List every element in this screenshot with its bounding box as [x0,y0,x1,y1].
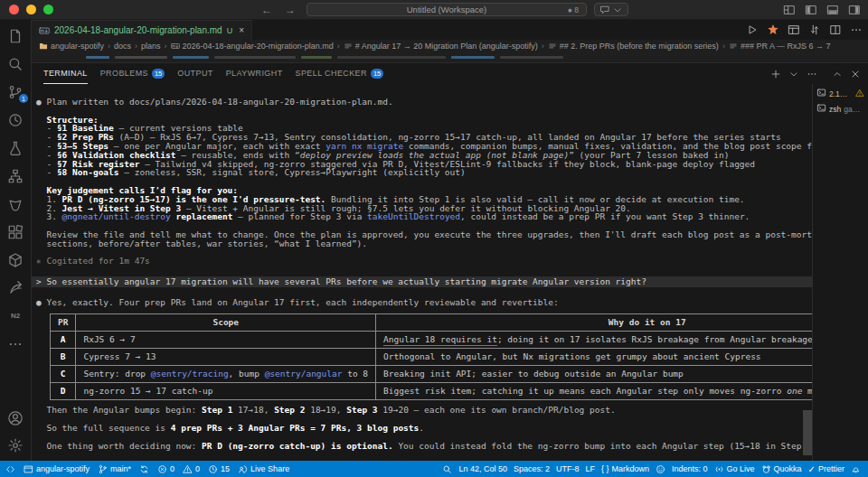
status-cursor-position[interactable]: Ln 42, Col 50 [458,464,507,473]
debug-star-icon[interactable] [767,23,779,36]
status-live-share[interactable]: Live Share [238,464,289,474]
run-icon[interactable] [746,23,759,36]
activity-item-run-debug[interactable] [7,112,24,128]
breadcrumb-item[interactable]: 2026-04-18-angular-20-migration-plan.md [171,42,334,51]
status-feedback-smiley[interactable] [656,464,665,474]
status-indentation[interactable]: Spaces: 2 [514,464,550,473]
panel-tab-terminal[interactable]: TERMINAL [43,63,88,84]
activity-item-accounts[interactable] [7,410,24,426]
table-cell-pr: B [51,349,76,366]
table-row: CSentry: drop @sentry/tracing, bump @sen… [51,366,813,383]
panel-actions [770,69,861,80]
nav-back-button[interactable]: ← [261,4,272,16]
status-screencast-zoom[interactable] [442,464,452,474]
breadcrumb-item[interactable]: docs [114,42,131,51]
bell-icon [851,464,861,474]
status-workspace[interactable]: angular-spotify [24,464,90,474]
status-spell-info[interactable]: 15 [208,464,230,474]
panel-tab-problems[interactable]: PROBLEMS15 [100,63,165,84]
symbol-icon [548,42,557,51]
breadcrumb-separator: › [542,42,544,51]
terminal-output[interactable]: ● Plan written to docs/plans/2026-04-18-… [32,84,812,461]
close-window-button[interactable] [9,5,19,14]
status-errors[interactable]: 0 [157,464,175,474]
editor-actions [746,20,863,40]
status-language-mode[interactable]: { }Markdown [601,464,649,473]
terminal-scrollbar[interactable] [803,410,812,455]
activity-item-nx-console[interactable]: N2 [7,308,24,324]
activity-item-docker[interactable] [7,252,24,268]
activity-item-extensions[interactable] [7,224,24,240]
activity-item-settings[interactable] [7,437,24,454]
activity-item-hierarchy[interactable] [7,168,24,184]
chat-menu-button[interactable] [594,3,628,16]
new-terminal-icon[interactable] [770,69,781,80]
breadcrumb-item[interactable]: ## 2. Prep PRs (before the migration ser… [548,42,719,51]
command-center[interactable]: Untitled (Workspace) ● 8 [307,3,587,16]
scm-badge: 1 [19,94,28,103]
panel-tab-spell-checker[interactable]: SPELL CHECKER15 [296,63,384,84]
workspace-title: Untitled (Workspace) [407,5,487,14]
compare-icon[interactable] [808,23,821,36]
maximize-panel-icon[interactable] [832,69,843,80]
minimize-window-button[interactable] [26,5,36,14]
markdown-table: PRScopeWhy do it on 17ARxJS 6 → 7Angular… [50,313,812,400]
panel-tab-playwright[interactable]: PLAYWRIGHT [226,63,283,84]
editor-tab[interactable]: 2026-04-18-angular-20-migration-plan.md … [32,20,252,40]
breadcrumb-separator: › [337,42,340,51]
terminal-session[interactable]: zshga… [815,101,866,117]
panel-tab-label: OUTPUT [177,63,212,84]
activity-item-search[interactable] [7,56,24,72]
table-row: ARxJS 6 → 7Angular 18 requires it; doing… [51,332,813,349]
activity-item-source-control[interactable]: 1 [7,84,24,100]
table-cell-why: Breaking init API; easier to debug outsi… [376,366,812,383]
breadcrumb-item[interactable]: ### PR A — RxJS 6 → 7 [729,42,831,51]
close-panel-icon[interactable] [850,69,861,80]
chevron-down-icon [612,5,623,15]
status-notifications[interactable] [851,464,861,474]
table-cell-why: Biggest risk item; catching it up means … [376,383,812,400]
status-eol[interactable]: LF [585,464,595,473]
breadcrumb-item[interactable]: # Angular 17 → 20 Migration Plan (angula… [344,42,538,51]
activity-item-testing[interactable] [7,140,24,156]
status-remote-indicator[interactable] [5,464,15,474]
more-actions-icon[interactable] [850,23,863,36]
toggle-secondary-sidebar-icon[interactable] [848,4,861,16]
terminal-session[interactable]: 2.1… [815,86,866,101]
toggle-panel-icon[interactable] [826,4,839,16]
terminal-dropdown-icon[interactable] [788,69,799,80]
activity-bar-bottom [7,410,24,454]
breadcrumb-item[interactable]: plans [141,42,161,51]
preview-icon[interactable] [788,23,800,36]
split-editor-icon[interactable] [829,23,842,36]
status-quokka[interactable]: Quokka [761,464,802,474]
breadcrumb-label: plans [141,42,161,51]
status-git-branch[interactable]: main* [98,464,131,474]
status-label: Markdown [611,464,649,473]
activity-item-share[interactable] [7,280,24,296]
nav-forward-button[interactable]: → [285,4,296,16]
activity-item-explorer[interactable] [7,28,24,44]
toggle-sidebar-icon[interactable] [805,4,817,16]
activity-item-more[interactable] [7,336,24,352]
status-warnings[interactable]: 0 [183,464,200,474]
tab-close-icon[interactable]: × [239,25,244,35]
status-sync[interactable] [139,464,149,474]
panel-tab-output[interactable]: OUTPUT [177,63,212,84]
status-go-live[interactable]: Go Live [714,464,755,474]
status-indents[interactable]: Indents: 0 [672,464,708,473]
customize-layout-icon[interactable] [783,4,796,16]
panel-tab-badge: 15 [371,69,383,79]
zoom-window-button[interactable] [43,5,53,14]
activity-item-playwright[interactable] [7,196,24,212]
terminal-line [36,266,812,275]
status-encoding[interactable]: UTF-8 [556,464,580,473]
more-icon[interactable] [807,69,817,80]
magnifier-icon [442,464,452,474]
run-debug-icon [7,112,24,128]
breadcrumb-item[interactable]: angular-spotify [39,42,104,51]
terminal-line: 3. @ngneat/until-destroy replacement — p… [36,212,812,221]
folder-icon [39,42,48,51]
table-header-cell: PR [51,314,76,332]
status-prettier[interactable]: ✓Prettier [808,464,844,474]
